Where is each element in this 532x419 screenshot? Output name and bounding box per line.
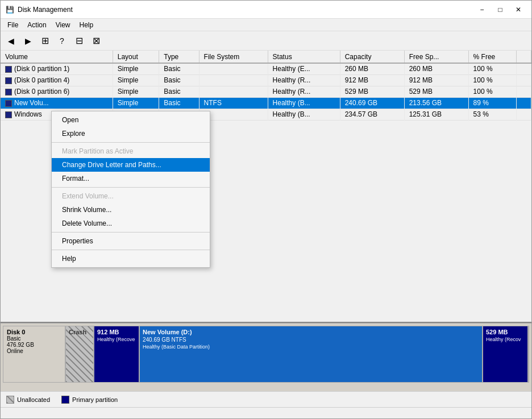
col-volume: Volume <box>1 51 113 63</box>
cell-2 <box>199 74 268 86</box>
cell-6: 100 % <box>468 74 517 86</box>
ctx-item-properties[interactable]: Properties <box>52 234 210 248</box>
cell-5: 912 MB <box>404 74 468 86</box>
cell-7 <box>517 97 531 109</box>
partition-recovery2[interactable]: 529 MB Healthy (Recov <box>483 326 529 382</box>
maximize-button[interactable]: □ <box>492 3 509 16</box>
disk-map-area: Disk 0 Basic 476.92 GB Online Crash 912 … <box>1 323 531 391</box>
col-fs: File System <box>199 51 268 63</box>
cell-0: Simple <box>113 63 159 74</box>
table-row[interactable]: (Disk 0 partition 6)SimpleBasicHealthy (… <box>1 86 531 97</box>
disk-status: Online <box>7 348 61 354</box>
cell-4: 260 MB <box>340 63 404 74</box>
ctx-item-delete-volume---[interactable]: Delete Volume... <box>52 217 210 230</box>
ctx-item-format---[interactable]: Format... <box>52 172 210 185</box>
cell-3: Healthy (B... <box>268 109 340 120</box>
cell-1: Basic <box>159 97 199 109</box>
cell-2 <box>199 63 268 74</box>
toolbar-close2[interactable]: ⊠ <box>88 34 104 48</box>
ctx-item-open[interactable]: Open <box>52 113 210 127</box>
ctx-item-change-drive-letter-and-paths---[interactable]: Change Drive Letter and Paths... <box>52 158 210 172</box>
table-row[interactable]: (Disk 0 partition 4)SimpleBasicHealthy (… <box>1 74 531 86</box>
cell-2 <box>199 86 268 97</box>
cell-1: Basic <box>159 74 199 86</box>
ctx-item-mark-partition-as-active: Mark Partition as Active <box>52 144 210 158</box>
disk-label: Disk 0 Basic 476.92 GB Online <box>3 326 65 383</box>
col-layout: Layout <box>113 51 159 63</box>
disk-partitions: Crash 912 MB Healthy (Recove New Volume … <box>65 326 529 383</box>
partition-recovery1[interactable]: 912 MB Healthy (Recove <box>94 326 140 382</box>
disk-row: Disk 0 Basic 476.92 GB Online Crash 912 … <box>3 326 529 383</box>
legend-unalloc-label: Unallocated <box>17 396 50 403</box>
cell-5: 529 MB <box>404 86 468 97</box>
context-menu: OpenExploreMark Partition as ActiveChang… <box>51 111 210 268</box>
toolbar-shrink[interactable]: ⊟ <box>71 34 87 48</box>
close-button[interactable]: ✕ <box>510 3 527 16</box>
cell-4: 240.69 GB <box>340 97 404 109</box>
ctx-item-shrink-volume---[interactable]: Shrink Volume... <box>52 203 210 217</box>
vol-icon <box>5 111 12 118</box>
menu-view[interactable]: View <box>51 20 75 30</box>
toolbar-forward[interactable]: ▶ <box>20 34 36 48</box>
ctx-item-explore[interactable]: Explore <box>52 127 210 140</box>
table-row[interactable]: New Volu...SimpleBasicNTFSHealthy (B...2… <box>1 97 531 109</box>
partition-new-volume[interactable]: New Volume (D:) 240.69 GB NTFS Healthy (… <box>140 326 483 382</box>
menu-help[interactable]: Help <box>75 20 98 30</box>
col-capacity: Capacity <box>340 51 404 63</box>
vol-icon <box>5 77 12 84</box>
disk-table: Volume Layout Type File System Status Ca… <box>1 51 531 121</box>
cell-7 <box>517 63 531 74</box>
cell-3: Healthy (R... <box>268 74 340 86</box>
disk-type: Basic <box>7 335 61 342</box>
cell-6: 53 % <box>468 109 517 120</box>
col-status: Status <box>268 51 340 63</box>
cell-5: 213.56 GB <box>404 97 468 109</box>
cell-3: Healthy (E... <box>268 63 340 74</box>
cell-7 <box>517 109 531 120</box>
vol-icon <box>5 89 12 96</box>
cell-0: Simple <box>113 97 159 109</box>
cell-6: 100 % <box>468 63 517 74</box>
vol-icon <box>5 66 12 73</box>
cell-1: Basic <box>159 86 199 97</box>
vol-icon <box>5 100 12 107</box>
cell-3: Healthy (B... <box>268 97 340 109</box>
legend-unallocated: Unallocated <box>6 396 50 404</box>
col-pct: % Free <box>468 51 517 63</box>
toolbar-grid[interactable]: ⊞ <box>37 34 53 48</box>
toolbar-back[interactable]: ◀ <box>3 34 19 48</box>
ctx-separator <box>52 187 210 188</box>
col-free: Free Sp... <box>404 51 468 63</box>
ctx-separator <box>52 250 210 250</box>
cell-3: Healthy (R... <box>268 86 340 97</box>
table-row[interactable]: (Disk 0 partition 1)SimpleBasicHealthy (… <box>1 63 531 74</box>
disk-size: 476.92 GB <box>7 342 61 348</box>
toolbar-help[interactable]: ? <box>54 34 70 48</box>
partition-crash[interactable]: Crash <box>66 326 94 382</box>
toolbar: ◀ ▶ ⊞ ? ⊟ ⊠ <box>1 31 531 51</box>
minimize-button[interactable]: − <box>473 3 491 16</box>
cell-0: Simple <box>113 86 159 97</box>
menu-file[interactable]: File <box>3 20 23 30</box>
cell-0: Simple <box>113 74 159 86</box>
ctx-item-help[interactable]: Help <box>52 252 210 265</box>
col-type: Type <box>159 51 199 63</box>
menu-action[interactable]: Action <box>23 20 51 30</box>
legend-primary-icon <box>61 396 69 404</box>
ctx-separator <box>52 142 210 143</box>
legend-primary-label: Primary partition <box>72 396 118 403</box>
title-bar: 💾 Disk Management − □ ✕ <box>1 1 531 19</box>
cell-4: 912 MB <box>340 74 404 86</box>
cell-4: 234.57 GB <box>340 109 404 120</box>
status-bar <box>1 407 531 418</box>
window-controls: − □ ✕ <box>473 3 527 16</box>
cell-volume: (Disk 0 partition 6) <box>1 86 113 97</box>
app-icon: 💾 <box>5 5 14 14</box>
cell-5: 260 MB <box>404 63 468 74</box>
disk-name: Disk 0 <box>7 329 61 335</box>
menu-bar: File Action View Help <box>1 19 531 31</box>
legend-unalloc-icon <box>6 396 14 404</box>
window-title: Disk Management <box>18 6 473 14</box>
cell-7 <box>517 86 531 97</box>
cell-volume: (Disk 0 partition 4) <box>1 74 113 86</box>
